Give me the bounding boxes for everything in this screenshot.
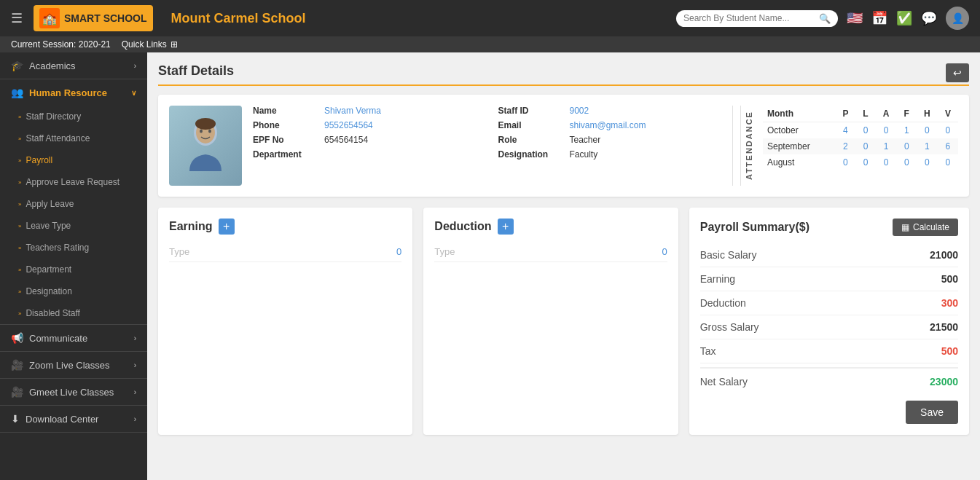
sidebar-item-gmeet[interactable]: 🎥 Gmeet Live Classes › [0,379,147,405]
net-salary-row: Net Salary 23000 [700,367,958,393]
att-v: 0 [938,154,958,170]
email-row: Email shivam@gmail.com [498,120,722,130]
deduction-summary-label: Deduction [700,297,746,309]
calc-label: Calculate [913,222,949,232]
net-salary-value: 23000 [930,376,958,387]
session-text: Current Session: 2020-21 [11,39,111,50]
att-month: October [763,122,835,139]
payroll-label: Payroll [26,155,52,165]
page-title: Staff Details [158,63,969,86]
att-a: 0 [876,154,897,170]
att-header-p: P [835,106,855,122]
search-icon[interactable]: 🔍 [819,13,831,24]
attendance-table: Month P L A F H V Octobe [763,106,958,170]
sidebar-item-leave-type[interactable]: » Leave Type [0,215,147,237]
department-label: Department [26,264,71,275]
apply-leave-label: Apply Leave [26,199,74,209]
sidebar-item-designation[interactable]: » Designation [0,280,147,302]
earning-title: Earning [169,220,213,233]
attendance-panel: ATTENDANCE Month P L A F H [732,106,958,186]
info-grid: Name Shivam Verma Staff ID 9002 Phone 95… [253,106,721,160]
bullet-icon: » [18,179,21,186]
save-button[interactable]: Save [906,401,958,424]
sidebar-item-zoom[interactable]: 🎥 Zoom Live Classes › [0,352,147,378]
sidebar-item-academics[interactable]: 🎓 Academics › [0,52,147,79]
sidebar-item-communicate[interactable]: 📢 Communicate › [0,325,147,351]
sidebar-item-approve-leave[interactable]: » Approve Leave Request [0,171,147,193]
add-earning-button[interactable]: + [219,219,235,235]
designation-label: Designation [498,149,564,160]
payroll-summary-header: Payroll Summary($) ▦ Calculate [700,219,958,236]
avatar[interactable]: 👤 [946,7,969,30]
back-button[interactable]: ↩ [946,63,969,82]
sidebar-item-human-resource[interactable]: 👥 Human Resource ∨ [0,79,147,106]
calendar-icon[interactable]: 📅 [871,10,887,26]
tasks-icon[interactable]: ✅ [896,10,912,26]
deduction-header: Deduction + [434,219,667,235]
deduction-summary-value: 300 [941,297,958,309]
academics-icon: 🎓 [11,60,23,71]
phone-row: Phone 9552654564 [253,120,477,130]
sidebar-item-staff-directory[interactable]: » Staff Directory [0,106,147,127]
epf-label: EPF No [253,135,318,145]
bullet-icon: » [18,288,21,295]
payroll-section: Earning + Type 0 Deduction + [158,208,969,446]
svg-point-2 [200,130,203,133]
bullet-icon: » [18,310,21,317]
gross-salary-value: 21500 [930,321,958,333]
att-f: 1 [897,122,917,139]
hamburger-icon[interactable]: ☰ [11,10,23,26]
table-row: October 4 0 0 1 0 0 [763,122,958,139]
quick-links[interactable]: Quick Links ⊞ [122,39,178,50]
epf-row: EPF No 654564154 [253,135,477,145]
logo-icon: 🏫 [39,8,60,28]
att-v: 6 [938,138,958,154]
school-name: Mount Carmel School [171,11,665,26]
sidebar-item-download[interactable]: ⬇ Download Center › [0,406,147,432]
gmeet-icon: 🎥 [11,386,23,398]
att-month: September [763,138,835,154]
staff-details-card: Name Shivam Verma Staff ID 9002 Phone 95… [158,95,969,197]
bullet-icon: » [18,157,21,164]
att-header-f: F [897,106,917,122]
sidebar-item-staff-attendance[interactable]: » Staff Attendance [0,127,147,149]
role-value: Teacher [570,135,601,145]
gmeet-section: 🎥 Gmeet Live Classes › [0,379,147,406]
whatsapp-icon[interactable]: 💬 [921,10,937,26]
payroll-summary-title: Payroll Summary($) [700,221,810,234]
gross-salary-row: Gross Salary 21500 [700,315,958,339]
earning-summary-value: 500 [941,273,958,285]
calculate-button[interactable]: ▦ Calculate [893,219,958,236]
attendance-vertical-label: ATTENDANCE [740,106,757,186]
search-input[interactable] [683,13,815,23]
download-section: ⬇ Download Center › [0,406,147,433]
sidebar: 🎓 Academics › 👥 Human Resource ∨ » Staff… [0,52,147,480]
name-row: Name Shivam Verma [253,106,477,116]
designation-row: Designation Faculty [498,149,722,160]
deduction-amount: 0 [662,246,667,257]
att-header-h: H [917,106,938,122]
sidebar-item-department[interactable]: » Department [0,259,147,280]
sidebar-item-apply-leave[interactable]: » Apply Leave [0,193,147,215]
sidebar-item-teachers-rating[interactable]: » Teachers Rating [0,237,147,259]
svg-point-4 [195,118,216,130]
chevron-right-icon: › [134,361,136,369]
add-deduction-button[interactable]: + [498,219,514,235]
epf-value: 654564154 [324,135,368,145]
staff-id-value: 9002 [570,106,589,116]
basic-salary-label: Basic Salary [700,249,757,261]
basic-salary-value: 21000 [930,249,958,261]
approve-leave-label: Approve Leave Request [26,177,119,187]
sidebar-item-payroll[interactable]: » Payroll [0,149,147,171]
search-box[interactable]: 🔍 [676,10,838,27]
academics-label: Academics [29,60,76,71]
chevron-right-icon: › [134,62,136,70]
flag-icon[interactable]: 🇺🇸 [847,10,863,26]
att-f: 0 [897,138,917,154]
brand-logo: 🏫 SMART SCHOOL [34,5,153,31]
sidebar-item-disabled-staff[interactable]: » Disabled Staff [0,302,147,324]
att-header-a: A [876,106,897,122]
att-l: 0 [855,138,875,154]
staff-attendance-label: Staff Attendance [26,133,90,143]
earning-summary-label: Earning [700,273,735,285]
